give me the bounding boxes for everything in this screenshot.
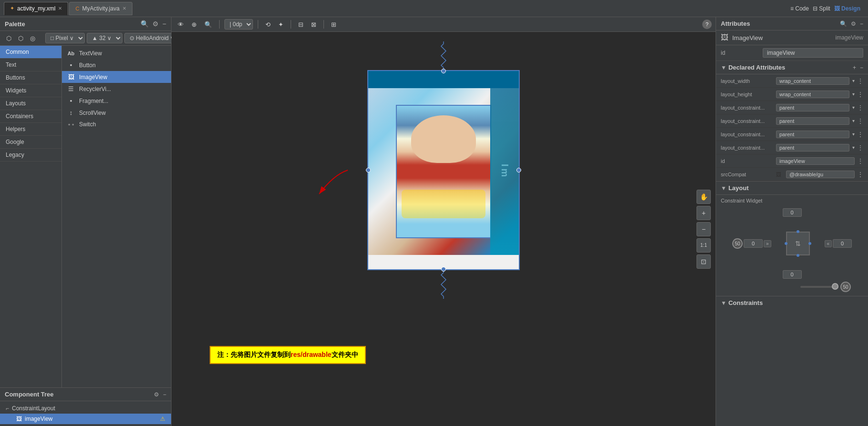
device-btn[interactable]: ⬡	[16, 34, 26, 43]
attr-constraint-1-more[interactable]: ⋮	[858, 104, 863, 111]
cw-dot-bottom[interactable]	[797, 254, 799, 257]
expand-btn[interactable]: ⊡	[696, 254, 711, 269]
api-select[interactable]: ▲ 32 ∨	[87, 33, 122, 43]
category-containers[interactable]: Containers	[0, 110, 61, 123]
item-recyclerview[interactable]: ☰ RecyclerVi...	[62, 83, 171, 95]
palette-settings-icon[interactable]: ⚙	[152, 20, 159, 28]
orientation-btn[interactable]: ⬡	[4, 34, 14, 43]
cw-dot-left[interactable]	[785, 242, 787, 245]
zoom-out-btn[interactable]: −	[696, 222, 711, 236]
category-legacy[interactable]: Legacy	[0, 149, 61, 162]
category-common[interactable]: Common	[0, 46, 61, 59]
guidelines-btn[interactable]: ⊞	[329, 20, 339, 29]
fragment-icon: ▪	[67, 97, 75, 104]
category-widgets[interactable]: Widgets	[0, 84, 61, 97]
device-select[interactable]: □ Pixel ∨	[45, 33, 85, 43]
zoom-in-btn[interactable]: +	[696, 206, 711, 220]
blueprint-btn[interactable]: ⊕	[189, 20, 199, 29]
attributes-settings-icon[interactable]: ⚙	[851, 20, 856, 27]
responsive-btn[interactable]: ◎	[28, 34, 38, 43]
layout-section-header: ▼ Layout	[716, 181, 868, 195]
attr-constraint-1-dropdown[interactable]: ▾	[852, 105, 855, 110]
attributes-minimize-icon[interactable]: −	[860, 20, 863, 27]
item-fragment[interactable]: ▪ Fragment...	[62, 95, 171, 107]
attr-id-value[interactable]: imageView	[776, 157, 855, 165]
tab-java-close[interactable]: ✕	[122, 6, 126, 11]
component-tree-content: ⌐ ConstraintLayout 🖼 imageView ⚠	[0, 401, 171, 426]
cw-dot-right[interactable]	[808, 242, 811, 245]
category-buttons[interactable]: Buttons	[0, 71, 61, 84]
attr-constraint-4-more[interactable]: ⋮	[858, 144, 863, 151]
attr-constraint-1-value[interactable]: parent	[776, 104, 849, 112]
component-tree-settings-icon[interactable]: ⚙	[154, 391, 159, 398]
align-btn[interactable]: ⊟	[296, 20, 306, 29]
component-tree-minimize-icon[interactable]: −	[163, 391, 166, 398]
category-google[interactable]: Google	[0, 136, 61, 149]
distribute-btn[interactable]: ⊠	[309, 20, 319, 29]
attr-id-more[interactable]: ⋮	[858, 158, 863, 164]
tree-item-imageview[interactable]: 🖼 imageView ⚠	[0, 414, 171, 424]
constraint-left-input[interactable]	[744, 239, 763, 248]
add-attr-icon[interactable]: +	[853, 64, 856, 71]
add-constraint-btn[interactable]: ⟲	[263, 20, 273, 29]
item-textview[interactable]: Ab TextView	[62, 48, 171, 59]
attr-constraint-3-value[interactable]: parent	[776, 131, 849, 138]
attr-layout-height-dropdown[interactable]: ▾	[852, 91, 855, 97]
attr-layout-width-more[interactable]: ⋮	[858, 78, 863, 84]
palette-minimize-icon[interactable]: −	[162, 20, 166, 28]
eye-btn[interactable]: 👁	[175, 20, 186, 29]
fit-btn[interactable]: 1:1	[696, 238, 711, 253]
right-chevron-btn[interactable]: «	[825, 240, 832, 247]
attr-constraint-2-value[interactable]: parent	[776, 117, 849, 125]
handle-bottom[interactable]	[441, 267, 446, 272]
left-chevron-btn[interactable]: »	[764, 240, 771, 247]
attr-constraint-4-value[interactable]: parent	[776, 144, 849, 152]
attr-layout-width-value[interactable]: wrap_content	[776, 77, 849, 85]
tree-item-constraintlayout[interactable]: ⌐ ConstraintLayout	[0, 403, 171, 414]
tab-xml[interactable]: ✦ activity_my.xml ✕	[4, 2, 68, 15]
tab-xml-close[interactable]: ✕	[58, 6, 62, 11]
item-imageview[interactable]: 🖼 ImageView	[62, 71, 171, 83]
item-imageview-label: ImageView	[79, 74, 107, 81]
slider-thumb[interactable]	[832, 283, 838, 290]
attr-layout-height-more[interactable]: ⋮	[858, 91, 863, 98]
constraint-magic-btn[interactable]: ✦	[276, 20, 286, 29]
help-icon[interactable]: ?	[702, 20, 712, 29]
category-text[interactable]: Text	[0, 59, 61, 71]
view-code-btn[interactable]: ≡ Code	[790, 5, 809, 12]
attr-srccompat-value[interactable]: @drawable/gu	[786, 171, 855, 178]
handle-top[interactable]	[441, 69, 446, 73]
handle-right[interactable]	[516, 168, 521, 172]
attr-layout-width-dropdown[interactable]: ▾	[852, 78, 855, 83]
pan-tool-btn[interactable]: ✋	[696, 190, 711, 204]
attr-layout-height-value[interactable]: wrap_content	[776, 91, 849, 98]
constraint-bottom-input[interactable]	[783, 270, 802, 279]
dp-offset-select[interactable]: | 0dp	[224, 19, 253, 30]
cw-dot-top[interactable]	[797, 230, 799, 233]
item-scrollview[interactable]: ↕ ScrollView	[62, 107, 171, 119]
attr-constraint-2-dropdown[interactable]: ▾	[852, 118, 855, 123]
category-layouts[interactable]: Layouts	[0, 97, 61, 110]
item-button[interactable]: ▪ Button	[62, 59, 171, 71]
handle-left[interactable]	[366, 168, 371, 172]
tab-java[interactable]: C MyActivity.java ✕	[69, 2, 132, 15]
view-split-btn[interactable]: ⊟ Split	[813, 5, 830, 12]
attr-constraint-3-dropdown[interactable]: ▾	[852, 132, 855, 137]
attributes-search-icon[interactable]: 🔍	[840, 20, 847, 27]
attr-srccompat-more[interactable]: ⋮	[858, 171, 863, 178]
item-switch[interactable]: ⚬⚬ Switch	[62, 119, 171, 130]
zoom-btn[interactable]: 🔍	[202, 20, 214, 29]
view-design-btn[interactable]: 🖼 Design	[834, 5, 860, 12]
attr-constraint-3-more[interactable]: ⋮	[858, 131, 863, 138]
palette-search-icon[interactable]: 🔍	[141, 20, 149, 28]
attr-constraint-2-more[interactable]: ⋮	[858, 118, 863, 124]
canvas-toolbar: 👁 ⊕ 🔍 | 0dp ⟲ ✦ ⊟ ⊠ ⊞ ?	[172, 17, 716, 32]
constraint-right-input[interactable]	[833, 239, 852, 248]
id-input[interactable]	[763, 48, 863, 58]
category-helpers[interactable]: Helpers	[0, 123, 61, 136]
remove-attr-icon[interactable]: −	[860, 64, 863, 71]
attr-constraint-4-dropdown[interactable]: ▾	[852, 145, 855, 150]
declared-chevron-icon: ▼	[721, 64, 727, 71]
canvas-area[interactable]: Im	[172, 32, 716, 426]
constraint-top-input[interactable]	[783, 208, 802, 217]
